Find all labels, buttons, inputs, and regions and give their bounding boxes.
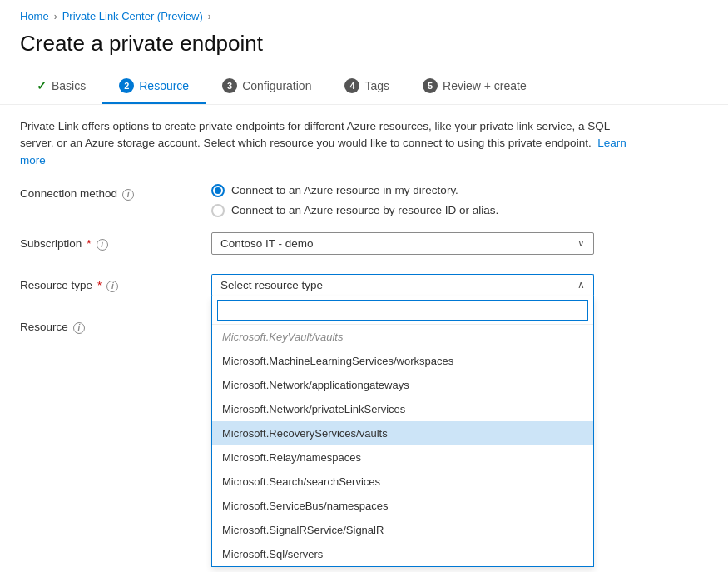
list-item[interactable]: Microsoft.Search/searchServices [212, 470, 593, 494]
tab-configuration-label: Configuration [242, 79, 311, 92]
resource-type-chevron-icon: ∧ [577, 279, 585, 291]
tab-resource[interactable]: 2 Resource [102, 70, 206, 104]
tab-tags-num: 4 [344, 78, 359, 93]
description-text: Private Link offers options to create pr… [20, 120, 610, 149]
connection-method-info-icon[interactable]: i [122, 189, 134, 201]
list-item[interactable]: Microsoft.Network/privateLinkServices [212, 397, 593, 421]
list-item[interactable]: Microsoft.Relay/namespaces [212, 445, 593, 470]
list-item[interactable]: Microsoft.Network/applicationgateways [212, 373, 593, 397]
check-icon: ✓ [37, 79, 47, 92]
resource-type-control: Select resource type ∧ Microsoft.KeyVaul… [211, 274, 594, 296]
radio-directory-label: Connect to an Azure resource in my direc… [231, 184, 458, 196]
description: Private Link offers options to create pr… [0, 118, 649, 182]
list-item[interactable]: Microsoft.MachineLearningServices/worksp… [212, 349, 593, 373]
resource-type-info-icon[interactable]: i [106, 281, 118, 292]
resource-info-icon[interactable]: i [73, 322, 85, 334]
list-item[interactable]: Microsoft.KeyVault/vaults [212, 325, 593, 349]
resource-type-popup: Microsoft.KeyVault/vaults Microsoft.Mach… [211, 296, 594, 567]
connection-method-row: Connection method i Connect to an Azure … [20, 182, 708, 217]
resource-type-row: Resource type * i Select resource type ∧… [20, 274, 708, 301]
tab-basics[interactable]: ✓ Basics [20, 71, 102, 103]
page-title: Create a private endpoint [0, 27, 728, 70]
breadcrumb: Home › Private Link Center (Preview) › [0, 0, 728, 27]
resource-type-list: Microsoft.KeyVault/vaults Microsoft.Mach… [212, 325, 593, 566]
resource-label: Resource i [20, 316, 211, 334]
tab-review[interactable]: 5 Review + create [406, 70, 543, 104]
resource-type-label: Resource type * i [20, 274, 211, 292]
tab-resource-num: 2 [119, 78, 134, 93]
resource-type-dropdown[interactable]: Select resource type ∧ [211, 274, 594, 296]
tab-configuration[interactable]: 3 Configuration [206, 70, 328, 104]
list-item[interactable]: Microsoft.ServiceBus/namespaces [212, 494, 593, 518]
breadcrumb-sep2: › [208, 11, 211, 22]
list-item[interactable]: Microsoft.SignalRService/SignalR [212, 518, 593, 542]
subscription-dropdown[interactable]: Contoso IT - demo ∨ [211, 232, 594, 255]
resource-type-search-input[interactable] [217, 300, 588, 321]
radio-resourceid-circle [211, 204, 225, 217]
resource-type-placeholder: Select resource type [220, 279, 323, 291]
subscription-label: Subscription * i [20, 232, 211, 251]
resource-type-required: * [97, 279, 102, 291]
tab-tags[interactable]: 4 Tags [328, 70, 406, 104]
tabs-container: ✓ Basics 2 Resource 3 Configuration 4 Ta… [0, 70, 728, 105]
tab-review-label: Review + create [443, 79, 527, 92]
radio-resourceid[interactable]: Connect to an Azure resource by resource… [211, 204, 594, 217]
subscription-row: Subscription * i Contoso IT - demo ∨ [20, 232, 708, 259]
subscription-required: * [87, 237, 91, 250]
radio-resourceid-label: Connect to an Azure resource by resource… [231, 204, 498, 216]
tab-configuration-num: 3 [222, 78, 237, 93]
radio-directory[interactable]: Connect to an Azure resource in my direc… [211, 184, 594, 197]
breadcrumb-home[interactable]: Home [20, 10, 49, 22]
list-item[interactable]: Microsoft.Sql/servers [212, 542, 593, 566]
breadcrumb-private-link[interactable]: Private Link Center (Preview) [62, 10, 203, 22]
subscription-control: Contoso IT - demo ∨ [211, 232, 594, 255]
resource-type-search-box [212, 296, 593, 325]
subscription-chevron-icon: ∨ [577, 237, 585, 249]
breadcrumb-sep1: › [54, 11, 57, 22]
tab-basics-label: Basics [52, 79, 86, 92]
subscription-info-icon[interactable]: i [97, 239, 108, 251]
list-item[interactable]: Microsoft.RecoveryServices/vaults [212, 421, 593, 445]
tab-review-num: 5 [423, 78, 438, 93]
connection-method-control: Connect to an Azure resource in my direc… [211, 182, 594, 217]
form-section: Connection method i Connect to an Azure … [0, 182, 728, 342]
subscription-value: Contoso IT - demo [220, 237, 314, 250]
connection-method-label: Connection method i [20, 182, 211, 201]
tab-tags-label: Tags [364, 79, 389, 92]
tab-resource-label: Resource [139, 79, 189, 92]
radio-directory-circle [211, 184, 225, 197]
